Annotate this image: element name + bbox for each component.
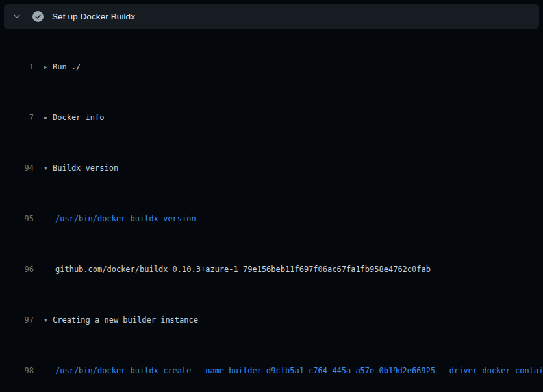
log-line: 96 github.com/docker/buildx 0.10.3+azure… [0, 263, 543, 276]
log-command-text: /usr/bin/docker buildx version [55, 214, 196, 223]
line-number[interactable]: 98 [0, 364, 34, 378]
line-content: /usr/bin/docker buildx version [34, 212, 543, 226]
line-number[interactable]: 1 [0, 60, 34, 74]
chevron-down-icon: ▼ [44, 313, 53, 327]
log-group-expanded[interactable]: ▼Creating a new builder instance [34, 313, 543, 327]
log-line: 98 /usr/bin/docker buildx create --name … [0, 364, 543, 378]
line-number[interactable]: 7 [0, 111, 34, 125]
line-number[interactable]: 95 [0, 212, 34, 226]
log-group-expanded[interactable]: ▼Buildx version [34, 162, 543, 175]
line-number[interactable]: 97 [0, 313, 34, 327]
log-command-text: /usr/bin/docker buildx create --name bui… [55, 366, 543, 375]
log-group-collapsed[interactable]: ▶Docker info [34, 111, 543, 125]
log-output-text: github.com/docker/buildx 0.10.3+azure-1 … [55, 265, 431, 274]
log-group-title: Docker info [53, 113, 104, 122]
log-group-title: Creating a new builder instance [53, 315, 198, 325]
log-group-title: Run ./ [53, 62, 81, 71]
log-group-collapsed[interactable]: ▶Run ./ [34, 60, 543, 74]
log-line: 94 ▼Buildx version [0, 162, 543, 175]
step-header[interactable]: Set up Docker Buildx [4, 4, 539, 29]
log-line: 95 /usr/bin/docker buildx version [0, 212, 543, 226]
chevron-down-icon[interactable] [8, 7, 26, 25]
log-group-title: Buildx version [53, 164, 118, 173]
line-number[interactable]: 96 [0, 263, 34, 276]
check-circle-icon [32, 11, 44, 22]
chevron-down-icon: ▼ [44, 162, 53, 175]
chevron-right-icon: ▶ [44, 111, 53, 125]
log-output: 1 ▶Run ./ 7 ▶Docker info 94 ▼Buildx vers… [0, 36, 543, 392]
line-content: github.com/docker/buildx 0.10.3+azure-1 … [34, 263, 543, 276]
chevron-right-icon: ▶ [44, 60, 53, 74]
line-number[interactable]: 94 [0, 162, 34, 175]
step-title: Set up Docker Buildx [52, 12, 135, 21]
log-line: 1 ▶Run ./ [0, 60, 543, 74]
line-content: /usr/bin/docker buildx create --name bui… [34, 364, 543, 378]
log-line: 97 ▼Creating a new builder instance [0, 313, 543, 327]
log-line: 7 ▶Docker info [0, 111, 543, 125]
